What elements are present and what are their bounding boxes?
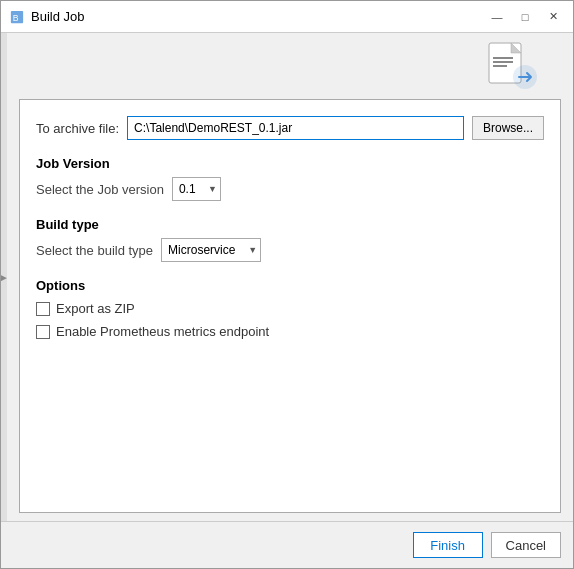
build-type-label: Select the build type (36, 243, 153, 258)
job-version-select[interactable]: 0.1 0.2 1.0 (172, 177, 221, 201)
window-title: Build Job (31, 9, 485, 24)
main-panel: To archive file: Browse... Job Version S… (19, 99, 561, 513)
build-job-icon (481, 41, 541, 91)
archive-file-label: To archive file: (36, 121, 119, 136)
svg-rect-5 (493, 61, 513, 63)
options-section: Options Export as ZIP Enable Prometheus … (36, 278, 544, 339)
footer: Finish Cancel (1, 521, 573, 568)
icon-area (19, 41, 561, 91)
svg-text:B: B (13, 12, 19, 22)
close-button[interactable]: ✕ (541, 7, 565, 27)
body-area: ► (1, 33, 573, 521)
svg-rect-6 (493, 65, 507, 67)
job-version-select-wrapper: 0.1 0.2 1.0 ▼ (172, 177, 221, 201)
archive-file-row: To archive file: Browse... (36, 116, 544, 140)
build-type-section: Build type Select the build type Microse… (36, 217, 544, 262)
build-type-select[interactable]: Microservice Standard Autonomous (161, 238, 261, 262)
cancel-button[interactable]: Cancel (491, 532, 561, 558)
minimize-button[interactable]: — (485, 7, 509, 27)
window-content: To archive file: Browse... Job Version S… (7, 33, 573, 521)
maximize-button[interactable]: □ (513, 7, 537, 27)
prometheus-row: Enable Prometheus metrics endpoint (36, 324, 544, 339)
svg-rect-4 (493, 57, 513, 59)
prometheus-checkbox[interactable] (36, 325, 50, 339)
job-version-title: Job Version (36, 156, 544, 171)
build-type-select-wrapper: Microservice Standard Autonomous ▼ (161, 238, 261, 262)
build-type-title: Build type (36, 217, 544, 232)
archive-file-input[interactable] (127, 116, 464, 140)
title-bar-controls: — □ ✕ (485, 7, 565, 27)
export-zip-checkbox[interactable] (36, 302, 50, 316)
prometheus-label: Enable Prometheus metrics endpoint (56, 324, 269, 339)
export-zip-label: Export as ZIP (56, 301, 135, 316)
spacer (36, 355, 544, 496)
export-zip-row: Export as ZIP (36, 301, 544, 316)
job-version-row: Select the Job version 0.1 0.2 1.0 ▼ (36, 177, 544, 201)
job-version-label: Select the Job version (36, 182, 164, 197)
finish-button[interactable]: Finish (413, 532, 483, 558)
job-version-section: Job Version Select the Job version 0.1 0… (36, 156, 544, 201)
options-title: Options (36, 278, 544, 293)
build-job-window: B Build Job — □ ✕ ► (0, 0, 574, 569)
title-bar: B Build Job — □ ✕ (1, 1, 573, 33)
build-type-row: Select the build type Microservice Stand… (36, 238, 544, 262)
browse-button[interactable]: Browse... (472, 116, 544, 140)
window-icon: B (9, 9, 25, 25)
